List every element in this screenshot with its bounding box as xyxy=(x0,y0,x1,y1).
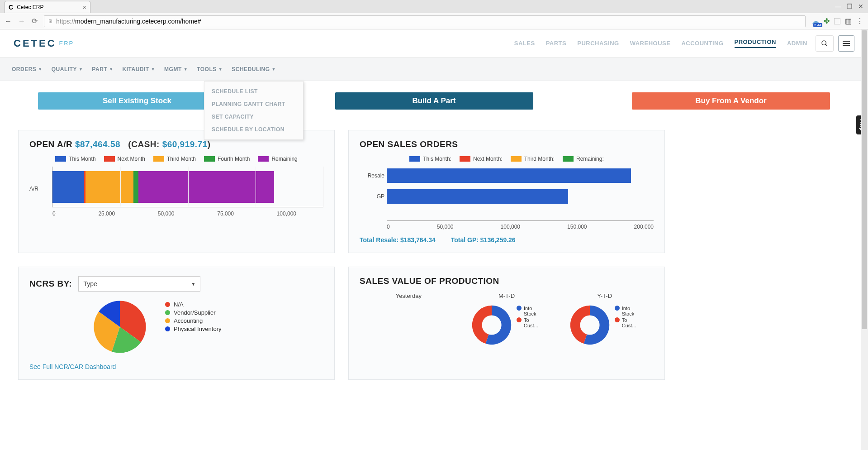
sales-bar-row: Resale xyxy=(387,167,654,185)
sales-bar-row: GP xyxy=(387,187,654,206)
open-ar-card: OPEN A/R $87,464.58 (CASH: $60,919.71) T… xyxy=(18,130,335,253)
sub-nav-kitaudit[interactable]: KITAUDIT ▼ xyxy=(123,66,156,72)
extension-icon[interactable] xyxy=(834,18,840,24)
top-nav-purchasing[interactable]: PURCHASING xyxy=(577,40,619,47)
sub-nav-tools[interactable]: TOOLS ▼ xyxy=(197,66,223,72)
legend-item: Physical Inventory xyxy=(165,326,222,332)
browser-chrome: — ❐ ✕ C Cetec ERP × ← → ⟳ 🗎 https://mode… xyxy=(0,0,868,29)
browser-tab[interactable]: C Cetec ERP × xyxy=(5,1,90,13)
window-close-icon[interactable]: ✕ xyxy=(858,3,863,10)
scheduling-dropdown: SCHEDULE LISTPLANNING GANTT CHARTSET CAP… xyxy=(204,81,304,140)
window-minimize-icon[interactable]: — xyxy=(835,3,841,10)
caret-down-icon: ▼ xyxy=(79,67,83,72)
window-maximize-icon[interactable]: ❐ xyxy=(847,3,853,10)
svg-point-6 xyxy=(580,315,599,335)
bar-segment xyxy=(52,171,84,203)
legend-item: Accounting xyxy=(165,317,222,324)
sub-nav-scheduling[interactable]: SCHEDULING ▼ xyxy=(232,66,276,72)
ncrs-pie-chart xyxy=(93,300,147,354)
logo[interactable]: CETEC ERP xyxy=(14,38,74,49)
legend-item: Into Stock xyxy=(517,306,542,316)
open-sales-chart: ResaleGP xyxy=(387,167,654,221)
svp-column: Y-T-DInto StockTo Cust... xyxy=(555,292,654,345)
open-ar-value: $87,464.58 xyxy=(75,139,120,149)
caret-down-icon: ▼ xyxy=(38,67,42,72)
sub-nav-part[interactable]: PART ▼ xyxy=(92,66,113,72)
sub-nav-quality[interactable]: QUALITY ▼ xyxy=(52,66,83,72)
action-row: Sell Existing Stock Build A Part Buy Fro… xyxy=(0,81,868,121)
browser-extensions: ☁2.44 ✤ ▥ ⋮ xyxy=(812,17,863,25)
open-ar-title: OPEN A/R $87,464.58 (CASH: $60,919.71) xyxy=(29,139,323,149)
top-nav-accounting[interactable]: ACCOUNTING xyxy=(681,40,723,47)
dropdown-item[interactable]: SCHEDULE BY LOCATION xyxy=(204,123,303,136)
sub-nav: ORDERS ▼QUALITY ▼PART ▼KITAUDIT ▼MGMT ▼T… xyxy=(0,57,868,81)
chrome-menu-icon[interactable]: ⋮ xyxy=(856,17,863,25)
top-nav: SALESPARTSPURCHASINGWAREHOUSEACCOUNTINGP… xyxy=(514,38,807,48)
ncr-dashboard-link[interactable]: See Full NCR/CAR Dashboard xyxy=(29,363,323,370)
logo-main: CETEC xyxy=(14,38,57,49)
buy-from-vendor-button[interactable]: Buy From A Vendor xyxy=(632,92,830,110)
sub-nav-orders[interactable]: ORDERS ▼ xyxy=(12,66,43,72)
caret-down-icon: ▼ xyxy=(218,67,223,72)
ncrs-type-select[interactable]: Type ▼ xyxy=(78,276,200,292)
legend-item: This Month: xyxy=(409,156,451,162)
ncrs-legend: N/AVendor/SupplierAccountingPhysical Inv… xyxy=(165,300,222,354)
bar-segment xyxy=(85,171,133,203)
vertical-scrollbar[interactable] xyxy=(861,29,868,389)
build-a-part-button[interactable]: Build A Part xyxy=(335,92,533,110)
total-resale[interactable]: Total Resale: $183,764.34 xyxy=(360,236,436,244)
bar-segment xyxy=(133,171,138,203)
reload-icon[interactable]: ⟳ xyxy=(32,17,38,25)
legend-item: Vendor/Supplier xyxy=(165,309,222,316)
hamburger-icon xyxy=(843,40,850,47)
cash-value: $60,919.71 xyxy=(162,139,208,149)
tab-favicon: C xyxy=(9,4,13,11)
sales-bar xyxy=(387,189,568,204)
back-icon[interactable]: ← xyxy=(5,17,12,25)
top-nav-admin[interactable]: ADMIN xyxy=(787,40,807,47)
menu-button[interactable] xyxy=(838,35,854,52)
ncrs-card: NCRS BY: Type ▼ N/AVendor/SupplierAccoun… xyxy=(18,267,335,380)
extension-icon[interactable]: ▥ xyxy=(845,17,852,25)
open-sales-legend: This Month:Next Month:Third Month:Remain… xyxy=(360,156,654,162)
address-bar[interactable]: 🗎 https://modern_manufacturing.cetecerp.… xyxy=(44,15,806,27)
forward-icon[interactable]: → xyxy=(18,17,25,25)
legend-item: Third Month xyxy=(153,156,196,162)
extension-icon[interactable]: ☁2.44 xyxy=(812,17,819,25)
page-info-icon: 🗎 xyxy=(48,18,53,24)
svp-row: YesterdayM-T-DInto StockTo Cust...Y-T-DI… xyxy=(360,292,654,345)
legend-item: Remaining xyxy=(258,156,297,162)
legend-item: To Cust... xyxy=(615,317,640,328)
caret-down-icon: ▼ xyxy=(151,67,155,72)
tab-close-icon[interactable]: × xyxy=(83,4,86,11)
dropdown-item[interactable]: PLANNING GANTT CHART xyxy=(204,98,303,110)
search-button[interactable] xyxy=(816,35,834,52)
bar-segment xyxy=(138,171,274,203)
top-nav-sales[interactable]: SALES xyxy=(514,40,535,47)
app-header: CETEC ERP SALESPARTSPURCHASINGWAREHOUSEA… xyxy=(0,29,868,57)
top-nav-parts[interactable]: PARTS xyxy=(546,40,567,47)
open-sales-totals: Total Resale: $183,764.34 Total GP: $136… xyxy=(360,236,654,244)
dropdown-item[interactable]: SCHEDULE LIST xyxy=(204,85,303,98)
open-ar-legend: This MonthNext MonthThird MonthFourth Mo… xyxy=(29,156,323,162)
browser-tab-bar: C Cetec ERP × xyxy=(0,0,868,13)
legend-item: Into Stock xyxy=(615,306,640,316)
total-gp[interactable]: Total GP: $136,259.26 xyxy=(451,236,516,244)
svg-point-5 xyxy=(482,315,501,335)
caret-down-icon: ▼ xyxy=(184,67,188,72)
open-ar-ylabel: A/R xyxy=(29,186,38,192)
sub-nav-mgmt[interactable]: MGMT ▼ xyxy=(164,66,188,72)
dropdown-item[interactable]: SET CAPACITY xyxy=(204,110,303,123)
top-nav-production[interactable]: PRODUCTION xyxy=(735,38,776,48)
browser-toolbar: ← → ⟳ 🗎 https://modern_manufacturing.cet… xyxy=(0,13,868,29)
open-sales-card: OPEN SALES ORDERS This Month:Next Month:… xyxy=(348,130,665,253)
ncrs-title: NCRS BY: xyxy=(29,279,72,289)
legend-item: Next Month: xyxy=(460,156,503,162)
top-nav-warehouse[interactable]: WAREHOUSE xyxy=(630,40,671,47)
caret-down-icon: ▼ xyxy=(109,67,113,72)
extension-icon[interactable]: ✤ xyxy=(824,17,830,25)
dashboard: OPEN A/R $87,464.58 (CASH: $60,919.71) T… xyxy=(0,121,868,389)
svp-donut-chart xyxy=(569,305,610,345)
open-sales-title: OPEN SALES ORDERS xyxy=(360,139,654,149)
svp-card: SALES VALUE OF PRODUCTION YesterdayM-T-D… xyxy=(348,267,665,380)
